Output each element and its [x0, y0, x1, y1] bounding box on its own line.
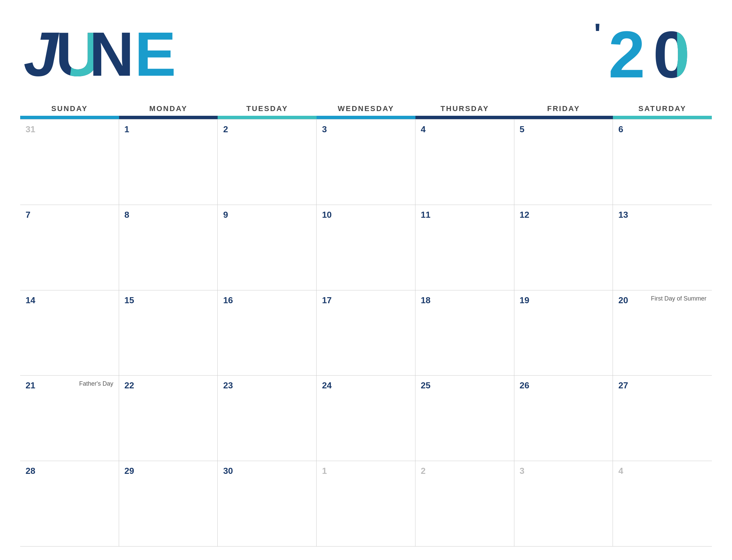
- calendar-cell: 28: [20, 461, 119, 547]
- day-number: 10: [322, 210, 410, 220]
- day-header: SATURDAY: [613, 101, 712, 116]
- day-number: 16: [223, 295, 311, 306]
- day-number: 2: [421, 466, 509, 476]
- calendar-cell: 3: [317, 119, 415, 205]
- year-title: ' 2 0 0: [594, 13, 708, 88]
- calendar-cell: 10: [317, 205, 415, 290]
- day-number: 4: [421, 124, 509, 135]
- color-bar-segment: [119, 116, 218, 119]
- calendar-cell: 4: [415, 119, 514, 205]
- day-number: 4: [618, 466, 706, 476]
- calendar-cell: 22: [119, 376, 218, 461]
- day-header: MONDAY: [119, 101, 218, 116]
- calendar-cell: 9: [218, 205, 317, 290]
- day-number: 21: [26, 380, 35, 391]
- color-bar-segment: [415, 116, 514, 119]
- day-number: 1: [322, 466, 410, 476]
- day-number: 12: [520, 210, 608, 220]
- calendar-cell: 27: [613, 376, 712, 461]
- calendar-cell: 1: [317, 461, 415, 547]
- calendar-cell: 12: [514, 205, 613, 290]
- calendar-cell: 18: [415, 290, 514, 376]
- day-number: 24: [322, 380, 410, 391]
- color-bar-segment: [20, 116, 119, 119]
- day-number: 7: [26, 210, 113, 220]
- calendar-cell: 2: [415, 461, 514, 547]
- day-number: 31: [26, 124, 113, 135]
- calendar-cell: 20First Day of Summer: [613, 290, 712, 376]
- day-number: 9: [223, 210, 311, 220]
- day-number: 5: [520, 124, 608, 135]
- day-header: THURSDAY: [415, 101, 514, 116]
- calendar-cell: 23: [218, 376, 317, 461]
- day-number: 23: [223, 380, 311, 391]
- day-number: 8: [124, 210, 212, 220]
- color-bar-segment: [317, 116, 415, 119]
- calendar-cell: 24: [317, 376, 415, 461]
- calendar-cell: 21Father's Day: [20, 376, 119, 461]
- calendar-cell: 3: [514, 461, 613, 547]
- day-number: 14: [26, 295, 113, 306]
- day-number: 28: [26, 466, 113, 476]
- day-number: 20: [618, 295, 628, 306]
- calendar-cell: 2: [218, 119, 317, 205]
- calendar-cell: 17: [317, 290, 415, 376]
- day-number: 19: [520, 295, 608, 306]
- calendar-cell: 14: [20, 290, 119, 376]
- day-number: 13: [618, 210, 706, 220]
- calendar-cell: 19: [514, 290, 613, 376]
- day-number: 18: [421, 295, 509, 306]
- calendar-cell: 16: [218, 290, 317, 376]
- color-bar-segment: [218, 116, 317, 119]
- color-bar: [20, 116, 712, 119]
- svg-text:J: J: [24, 20, 60, 88]
- calendar-cell: 30: [218, 461, 317, 547]
- title-row: J U U N E ' 2 0 0: [20, 13, 712, 88]
- calendar-cell: 29: [119, 461, 218, 547]
- day-headers: SUNDAYMONDAYTUESDAYWEDNESDAYTHURSDAYFRID…: [20, 101, 712, 116]
- calendar: SUNDAYMONDAYTUESDAYWEDNESDAYTHURSDAYFRID…: [20, 101, 712, 547]
- calendar-cell: 7: [20, 205, 119, 290]
- calendar-cell: 1: [119, 119, 218, 205]
- color-bar-segment: [514, 116, 613, 119]
- day-header: FRIDAY: [514, 101, 613, 116]
- day-header: WEDNESDAY: [317, 101, 415, 116]
- svg-text:E: E: [135, 20, 176, 88]
- svg-text:': ': [594, 18, 601, 49]
- calendar-cell: 6: [613, 119, 712, 205]
- calendar-cell: 31: [20, 119, 119, 205]
- day-number: 1: [124, 124, 212, 135]
- day-number: 22: [124, 380, 212, 391]
- day-number: 3: [520, 466, 608, 476]
- june-title: J U U N E: [24, 13, 212, 88]
- event-label: Father's Day: [79, 380, 113, 387]
- calendar-cell: 15: [119, 290, 218, 376]
- day-number: 29: [124, 466, 212, 476]
- day-number: 17: [322, 295, 410, 306]
- day-number: 15: [124, 295, 212, 306]
- day-number: 30: [223, 466, 311, 476]
- calendar-cell: 5: [514, 119, 613, 205]
- day-header: TUESDAY: [218, 101, 317, 116]
- day-header: SUNDAY: [20, 101, 119, 116]
- calendar-cell: 13: [613, 205, 712, 290]
- calendar-grid: 311234567891011121314151617181920First D…: [20, 119, 712, 547]
- calendar-cell: 4: [613, 461, 712, 547]
- event-label: First Day of Summer: [651, 295, 706, 302]
- day-number: 11: [421, 210, 509, 220]
- day-number: 25: [421, 380, 509, 391]
- day-number: 6: [618, 124, 706, 135]
- svg-text:N: N: [89, 20, 134, 88]
- day-number: 27: [618, 380, 706, 391]
- day-number: 2: [223, 124, 311, 135]
- calendar-cell: 8: [119, 205, 218, 290]
- color-bar-segment: [613, 116, 712, 119]
- day-number: 3: [322, 124, 410, 135]
- svg-text:2: 2: [609, 18, 645, 88]
- day-number: 26: [520, 380, 608, 391]
- calendar-cell: 25: [415, 376, 514, 461]
- calendar-cell: 11: [415, 205, 514, 290]
- calendar-cell: 26: [514, 376, 613, 461]
